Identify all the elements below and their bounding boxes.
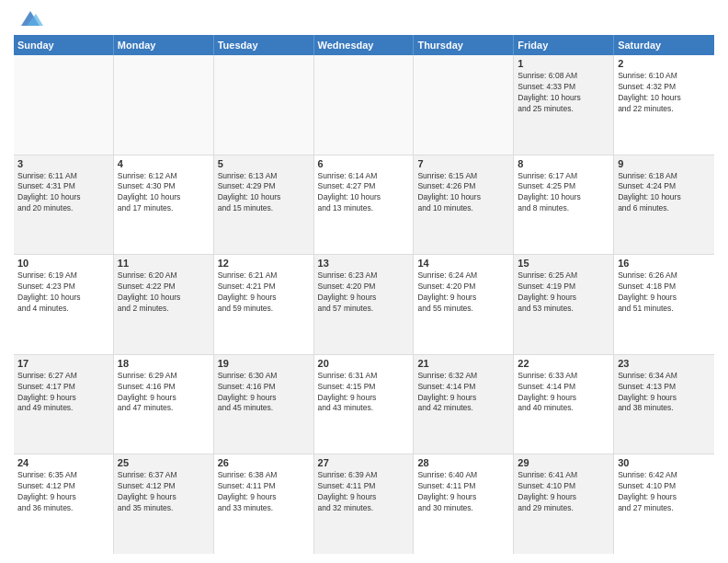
day-number: 19 bbox=[218, 358, 310, 369]
header-day-monday: Monday bbox=[114, 35, 214, 55]
day-number: 14 bbox=[417, 258, 509, 269]
page: SundayMondayTuesdayWednesdayThursdayFrid… bbox=[0, 0, 728, 563]
cal-cell: 9Sunrise: 6:18 AM Sunset: 4:24 PM Daylig… bbox=[614, 155, 714, 255]
cal-cell: 7Sunrise: 6:15 AM Sunset: 4:26 PM Daylig… bbox=[414, 155, 514, 255]
cal-cell: 8Sunrise: 6:17 AM Sunset: 4:25 PM Daylig… bbox=[514, 155, 614, 255]
logo bbox=[14, 9, 43, 29]
cal-cell: 10Sunrise: 6:19 AM Sunset: 4:23 PM Dayli… bbox=[14, 255, 114, 354]
day-number: 16 bbox=[618, 258, 711, 269]
day-number: 9 bbox=[618, 158, 711, 169]
cal-cell bbox=[114, 55, 214, 155]
cal-cell: 6Sunrise: 6:14 AM Sunset: 4:27 PM Daylig… bbox=[314, 155, 415, 255]
cal-cell: 26Sunrise: 6:38 AM Sunset: 4:11 PM Dayli… bbox=[214, 454, 314, 554]
day-info: Sunrise: 6:21 AM Sunset: 4:21 PM Dayligh… bbox=[218, 270, 310, 315]
day-number: 6 bbox=[318, 158, 410, 169]
week-row-4: 17Sunrise: 6:27 AM Sunset: 4:17 PM Dayli… bbox=[14, 355, 714, 455]
cal-cell: 29Sunrise: 6:41 AM Sunset: 4:10 PM Dayli… bbox=[514, 454, 614, 554]
header-day-sunday: Sunday bbox=[14, 35, 114, 55]
cal-cell: 13Sunrise: 6:23 AM Sunset: 4:20 PM Dayli… bbox=[314, 255, 415, 354]
day-number: 17 bbox=[17, 358, 109, 369]
day-info: Sunrise: 6:39 AM Sunset: 4:11 PM Dayligh… bbox=[318, 470, 410, 514]
day-info: Sunrise: 6:15 AM Sunset: 4:26 PM Dayligh… bbox=[417, 171, 509, 215]
cal-cell: 30Sunrise: 6:42 AM Sunset: 4:10 PM Dayli… bbox=[614, 454, 714, 554]
day-info: Sunrise: 6:24 AM Sunset: 4:20 PM Dayligh… bbox=[417, 270, 509, 315]
cal-cell bbox=[414, 55, 514, 155]
day-number: 7 bbox=[417, 158, 509, 169]
day-number: 23 bbox=[618, 358, 711, 369]
day-number: 18 bbox=[118, 358, 210, 369]
day-info: Sunrise: 6:32 AM Sunset: 4:14 PM Dayligh… bbox=[417, 371, 509, 415]
cal-cell: 11Sunrise: 6:20 AM Sunset: 4:22 PM Dayli… bbox=[114, 255, 214, 354]
cal-cell: 24Sunrise: 6:35 AM Sunset: 4:12 PM Dayli… bbox=[14, 454, 114, 554]
week-row-3: 10Sunrise: 6:19 AM Sunset: 4:23 PM Dayli… bbox=[14, 255, 714, 355]
calendar-body: 1Sunrise: 6:08 AM Sunset: 4:33 PM Daylig… bbox=[14, 55, 714, 554]
day-number: 10 bbox=[17, 258, 109, 269]
day-number: 22 bbox=[518, 358, 609, 369]
day-info: Sunrise: 6:37 AM Sunset: 4:12 PM Dayligh… bbox=[118, 470, 210, 514]
day-info: Sunrise: 6:17 AM Sunset: 4:25 PM Dayligh… bbox=[518, 171, 609, 215]
calendar-header: SundayMondayTuesdayWednesdayThursdayFrid… bbox=[14, 35, 714, 55]
day-number: 25 bbox=[118, 457, 210, 468]
calendar: SundayMondayTuesdayWednesdayThursdayFrid… bbox=[14, 35, 714, 554]
day-number: 3 bbox=[17, 158, 109, 169]
header-day-tuesday: Tuesday bbox=[214, 35, 314, 55]
header bbox=[14, 9, 714, 29]
day-number: 28 bbox=[417, 457, 509, 468]
cal-cell: 1Sunrise: 6:08 AM Sunset: 4:33 PM Daylig… bbox=[514, 55, 614, 155]
cal-cell: 20Sunrise: 6:31 AM Sunset: 4:15 PM Dayli… bbox=[314, 355, 415, 454]
cal-cell: 2Sunrise: 6:10 AM Sunset: 4:32 PM Daylig… bbox=[614, 55, 714, 155]
cal-cell: 5Sunrise: 6:13 AM Sunset: 4:29 PM Daylig… bbox=[214, 155, 314, 255]
day-info: Sunrise: 6:34 AM Sunset: 4:13 PM Dayligh… bbox=[618, 371, 711, 415]
day-number: 8 bbox=[518, 158, 609, 169]
cal-cell: 12Sunrise: 6:21 AM Sunset: 4:21 PM Dayli… bbox=[214, 255, 314, 354]
header-day-wednesday: Wednesday bbox=[314, 35, 415, 55]
cal-cell: 14Sunrise: 6:24 AM Sunset: 4:20 PM Dayli… bbox=[414, 255, 514, 354]
week-row-2: 3Sunrise: 6:11 AM Sunset: 4:31 PM Daylig… bbox=[14, 155, 714, 256]
day-number: 30 bbox=[618, 457, 711, 468]
cal-cell: 23Sunrise: 6:34 AM Sunset: 4:13 PM Dayli… bbox=[614, 355, 714, 454]
day-info: Sunrise: 6:33 AM Sunset: 4:14 PM Dayligh… bbox=[518, 371, 609, 415]
week-row-5: 24Sunrise: 6:35 AM Sunset: 4:12 PM Dayli… bbox=[14, 454, 714, 554]
day-number: 2 bbox=[618, 58, 711, 69]
cal-cell: 27Sunrise: 6:39 AM Sunset: 4:11 PM Dayli… bbox=[314, 454, 415, 554]
day-number: 21 bbox=[417, 358, 509, 369]
header-day-thursday: Thursday bbox=[414, 35, 514, 55]
cal-cell: 15Sunrise: 6:25 AM Sunset: 4:19 PM Dayli… bbox=[514, 255, 614, 354]
day-info: Sunrise: 6:14 AM Sunset: 4:27 PM Dayligh… bbox=[318, 171, 410, 215]
cal-cell: 22Sunrise: 6:33 AM Sunset: 4:14 PM Dayli… bbox=[514, 355, 614, 454]
cal-cell: 17Sunrise: 6:27 AM Sunset: 4:17 PM Dayli… bbox=[14, 355, 114, 454]
day-info: Sunrise: 6:30 AM Sunset: 4:16 PM Dayligh… bbox=[218, 371, 310, 415]
day-info: Sunrise: 6:26 AM Sunset: 4:18 PM Dayligh… bbox=[618, 270, 711, 315]
cal-cell: 19Sunrise: 6:30 AM Sunset: 4:16 PM Dayli… bbox=[214, 355, 314, 454]
cal-cell: 18Sunrise: 6:29 AM Sunset: 4:16 PM Dayli… bbox=[114, 355, 214, 454]
week-row-1: 1Sunrise: 6:08 AM Sunset: 4:33 PM Daylig… bbox=[14, 55, 714, 155]
day-info: Sunrise: 6:12 AM Sunset: 4:30 PM Dayligh… bbox=[118, 171, 210, 215]
day-info: Sunrise: 6:40 AM Sunset: 4:11 PM Dayligh… bbox=[417, 470, 509, 514]
header-day-saturday: Saturday bbox=[614, 35, 714, 55]
cal-cell: 16Sunrise: 6:26 AM Sunset: 4:18 PM Dayli… bbox=[614, 255, 714, 354]
day-info: Sunrise: 6:19 AM Sunset: 4:23 PM Dayligh… bbox=[17, 270, 109, 315]
day-number: 12 bbox=[218, 258, 310, 269]
cal-cell: 3Sunrise: 6:11 AM Sunset: 4:31 PM Daylig… bbox=[14, 155, 114, 255]
cal-cell bbox=[14, 55, 114, 155]
day-number: 26 bbox=[218, 457, 310, 468]
day-info: Sunrise: 6:10 AM Sunset: 4:32 PM Dayligh… bbox=[618, 71, 711, 115]
cal-cell bbox=[314, 55, 415, 155]
day-info: Sunrise: 6:25 AM Sunset: 4:19 PM Dayligh… bbox=[518, 270, 609, 315]
day-info: Sunrise: 6:18 AM Sunset: 4:24 PM Dayligh… bbox=[618, 171, 711, 215]
day-number: 5 bbox=[218, 158, 310, 169]
header-day-friday: Friday bbox=[514, 35, 614, 55]
day-number: 15 bbox=[518, 258, 609, 269]
cal-cell: 4Sunrise: 6:12 AM Sunset: 4:30 PM Daylig… bbox=[114, 155, 214, 255]
day-number: 20 bbox=[318, 358, 410, 369]
day-info: Sunrise: 6:23 AM Sunset: 4:20 PM Dayligh… bbox=[318, 270, 410, 315]
cal-cell: 25Sunrise: 6:37 AM Sunset: 4:12 PM Dayli… bbox=[114, 454, 214, 554]
day-number: 24 bbox=[17, 457, 109, 468]
cal-cell: 28Sunrise: 6:40 AM Sunset: 4:11 PM Dayli… bbox=[414, 454, 514, 554]
day-info: Sunrise: 6:35 AM Sunset: 4:12 PM Dayligh… bbox=[17, 470, 109, 514]
day-info: Sunrise: 6:31 AM Sunset: 4:15 PM Dayligh… bbox=[318, 371, 410, 415]
logo-icon bbox=[17, 9, 43, 29]
day-info: Sunrise: 6:42 AM Sunset: 4:10 PM Dayligh… bbox=[618, 470, 711, 514]
day-info: Sunrise: 6:38 AM Sunset: 4:11 PM Dayligh… bbox=[218, 470, 310, 514]
day-number: 1 bbox=[518, 58, 609, 69]
